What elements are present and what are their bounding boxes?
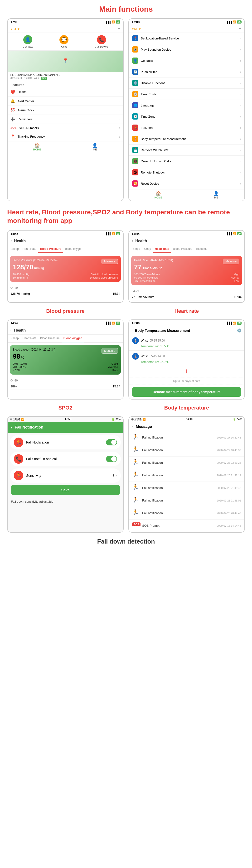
save-button[interactable]: Save: [11, 485, 120, 495]
msg-item-1[interactable]: 🏃 Fall notification 2020-07-27 16:32:46: [129, 431, 244, 444]
fall-header: ‹ Fall Notification: [8, 422, 123, 433]
tab-bp-hr[interactable]: Blood Pressure: [171, 245, 194, 253]
sub-hr: Heart rate: [128, 306, 245, 315]
measure-btn-spo2[interactable]: Measure: [101, 348, 118, 354]
home-icon-2: 🏠: [155, 191, 162, 196]
fall-back[interactable]: ‹: [11, 425, 12, 430]
menu-timer[interactable]: ⏱️ Timer Switch ›: [129, 89, 244, 100]
menu-timezone[interactable]: 🕐 Time Zone ›: [129, 111, 244, 122]
status-bar-2: 17:08 ▐▐▐ 📶 66: [129, 19, 244, 25]
bp-ranges: 90-139 mmHgSystolic blood pressure 60-89…: [13, 273, 118, 279]
sub-labels-row2: SPO2 Body temperature: [0, 402, 252, 414]
tab-steps-hr[interactable]: Steps: [131, 245, 142, 253]
msg-time-7: 2020-07-25 20:47:40: [217, 512, 241, 515]
menu-contacts[interactable]: 👤 Contacts ›: [129, 55, 244, 66]
menu-sms[interactable]: 📩 Retrieve Watch SMS ›: [129, 145, 244, 156]
tab-bo-hr[interactable]: Blood o...: [194, 245, 210, 253]
menu-shutdown[interactable]: ⏻ Remote Shutdown ›: [129, 167, 244, 178]
feature-reminders[interactable]: ➕Reminders ›: [8, 115, 123, 124]
measure-btn-hr[interactable]: Measure: [223, 258, 239, 264]
feature-sos[interactable]: SOSSOS Numbers ›: [8, 124, 123, 132]
health-title-spo2: Health: [14, 328, 26, 333]
call-icon-item[interactable]: 📞 Call Device: [95, 35, 108, 48]
shutdown-label: Remote Shutdown: [141, 170, 166, 174]
menu-location[interactable]: 📍 Set Location-Based Service ›: [129, 33, 244, 44]
timezone-arrow: ›: [240, 115, 241, 118]
sub-labels-row1: Blood pressure Heart rate: [0, 305, 252, 317]
nav-home-1[interactable]: 🏠 HOME: [33, 143, 41, 151]
nav-me-1[interactable]: 👤 ME: [92, 143, 97, 151]
plus-icon-2[interactable]: +: [239, 26, 242, 32]
menu-list: 📍 Set Location-Based Service › 🔊 Play So…: [129, 33, 244, 189]
back-bp[interactable]: ‹: [10, 239, 12, 243]
remote-measure-btn[interactable]: Remote measurement of body temperature: [132, 387, 241, 397]
fall-toggle-icon-2: 📞: [14, 454, 23, 464]
call-circle: 📞: [97, 35, 106, 44]
fall-toggle-2[interactable]: 📞 Falls notif...n and call: [10, 452, 121, 466]
spo2-hist-date: 04-29: [10, 379, 120, 382]
fall-toggle-1[interactable]: 🏃 Fall Notification: [10, 435, 121, 450]
contacts-icon-item[interactable]: 👤 Contacts: [23, 35, 33, 48]
fall-toggle-label-1: Fall Notification: [26, 440, 49, 444]
tab-bp-active[interactable]: Blood Pressure: [38, 245, 63, 253]
nav-home-2[interactable]: 🏠 HOME: [155, 191, 162, 199]
gear-icon[interactable]: ⚙️: [237, 328, 242, 333]
back-spo2[interactable]: ‹: [10, 328, 12, 333]
back-temp[interactable]: ‹: [132, 328, 133, 333]
msg-item-7[interactable]: 🏃 Fall notification 2020-07-25 20:47:40: [129, 507, 244, 520]
hr-card: Heart Rate (2024-04-29 15:34) 77 Times/M…: [131, 256, 242, 285]
msg-item-sos[interactable]: SOS SOS Prompt 2020-07-16 14:04:48: [129, 520, 244, 532]
fall-person-icon-1: 🏃: [132, 434, 138, 440]
me-label-2: ME: [214, 196, 219, 199]
time-1: 17:08: [10, 20, 18, 24]
sensitivity-item[interactable]: 🏃 Sensitivity 3 ›: [10, 468, 121, 483]
feature-alert[interactable]: 🔔Alert Center ›: [8, 97, 123, 106]
battery-1: 66: [116, 21, 120, 24]
language-arrow: ›: [240, 104, 241, 107]
msg-item-4[interactable]: 🏃 Fall notification 2020-07-25 21:47:19: [129, 469, 244, 482]
tab-sleep-bp[interactable]: Sleep: [9, 245, 21, 253]
wrist-time-1: 05-15 15:00: [150, 339, 165, 342]
msg-back[interactable]: ‹: [132, 425, 133, 429]
nav-me-2[interactable]: 👤 ME: [214, 191, 219, 199]
msg-item-3[interactable]: 🏃 Fall notification 2020-07-25 22:23:28: [129, 457, 244, 469]
menu-fall[interactable]: 🏃 Fall Alert ›: [129, 122, 244, 133]
fall-detection-label: Fall down detection: [0, 535, 252, 550]
msg-item-6[interactable]: 🏃 Fall notification 2020-07-25 21:45:02: [129, 494, 244, 507]
feature-tracking[interactable]: 📍Tracking Frequency ›: [8, 132, 123, 141]
spo2-hist-row: 98% 15:34: [10, 383, 120, 390]
bodytemp-arrow: ›: [240, 137, 241, 141]
menu-reset[interactable]: 🔁 Reset Device ›: [129, 178, 244, 189]
tab-bp-spo2[interactable]: Blood Pressure: [38, 335, 62, 342]
plus-icon-1[interactable]: +: [118, 26, 120, 32]
tab-sleep-hr[interactable]: Sleep: [142, 245, 153, 253]
toggle-on-1[interactable]: [106, 439, 117, 445]
tab-bo-bp[interactable]: Blood oxygen: [63, 245, 84, 253]
feature-health[interactable]: ❤️Health ›: [8, 88, 123, 97]
menu-sound[interactable]: 🔊 Play Sound on Device ›: [129, 44, 244, 55]
tab-hr-bp[interactable]: Heart Rate: [21, 245, 38, 253]
me-icon-1: 👤: [92, 143, 97, 148]
contacts2-icon: 👤: [132, 58, 138, 64]
chat-icon-item[interactable]: 💬 Chat: [59, 35, 68, 48]
feature-alarm[interactable]: ⏰Alarm Clock ›: [8, 106, 123, 115]
menu-language[interactable]: 🌐 Language ›: [129, 100, 244, 111]
measure-btn-bp[interactable]: Measure: [101, 258, 118, 264]
push-arrow: ›: [240, 70, 241, 74]
menu-reject[interactable]: 📵 Reject Unknown Calls ›: [129, 156, 244, 167]
menu-bodytemp[interactable]: 🌡️ Body Temperature Measurement ›: [129, 133, 244, 145]
hr-hist-date: 04-29: [132, 289, 242, 293]
tab-bo-active[interactable]: Blood oxygen: [62, 335, 84, 342]
back-hr[interactable]: ‹: [132, 239, 133, 243]
tab-hr-active[interactable]: Heart Rate: [153, 245, 171, 253]
battery-msg: 🔋 54%: [233, 418, 242, 421]
status-icons-2: ▐▐▐ 📶 66: [226, 21, 242, 24]
menu-push[interactable]: 🔄 Push switch ›: [129, 66, 244, 78]
msg-item-2[interactable]: 🏃 Fall notification 2020-07-27 10:45:33: [129, 444, 244, 457]
tab-sleep-spo2[interactable]: Sleep: [9, 335, 21, 342]
msg-item-5[interactable]: 🏃 Fall notification 2020-07-25 21:45:42: [129, 482, 244, 494]
menu-disable[interactable]: ⚙️ Disable Functions ›: [129, 78, 244, 89]
tab-hr-spo2[interactable]: Heart Rate: [21, 335, 38, 342]
shutdown-icon: ⏻: [132, 169, 138, 176]
toggle-on-2[interactable]: [106, 456, 117, 462]
